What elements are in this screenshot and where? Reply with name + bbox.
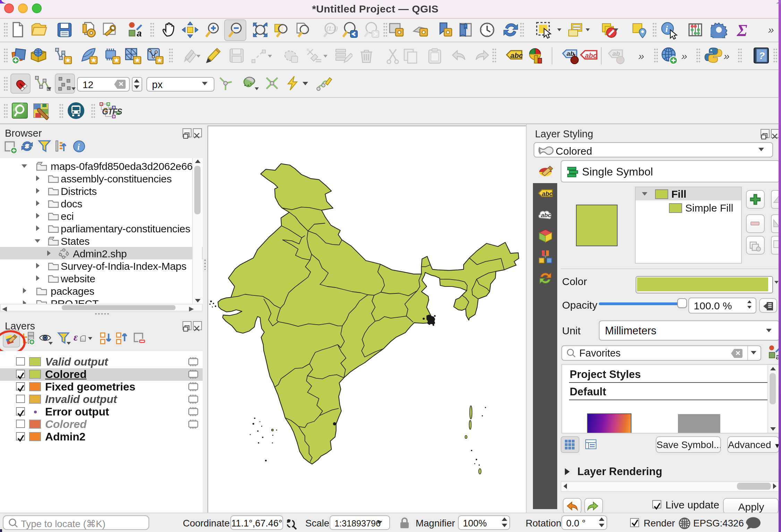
svg-text:»: » <box>638 50 644 61</box>
svg-text:i: i <box>77 142 80 152</box>
svg-text:abc: abc <box>542 190 553 197</box>
svg-text:a: a <box>137 28 142 38</box>
svg-text:ε: ε <box>74 331 78 343</box>
svg-text:»: » <box>724 50 730 61</box>
svg-text:i: i <box>665 24 668 34</box>
svg-text:?: ? <box>759 50 765 61</box>
svg-text:Σ: Σ <box>736 21 747 39</box>
svg-text:abc: abc <box>510 51 523 59</box>
svg-text:abc: abc <box>585 51 597 59</box>
svg-text:abc: abc <box>541 212 552 218</box>
svg-text:»: » <box>768 24 774 35</box>
svg-text:»: » <box>681 50 687 61</box>
svg-text:GTFS: GTFS <box>102 107 122 116</box>
svg-text:(1:1): (1:1) <box>326 26 338 32</box>
